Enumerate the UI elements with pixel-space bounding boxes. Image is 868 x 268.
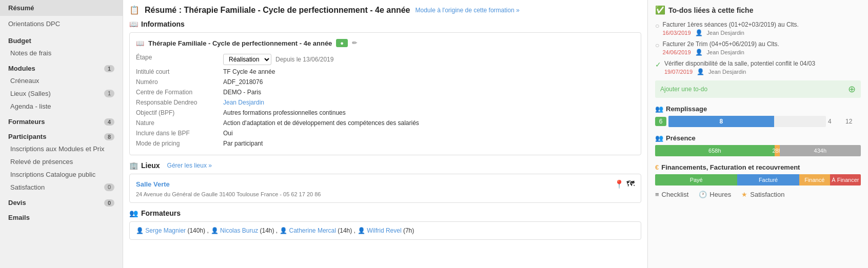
- bottom-row: ≡ Checklist 🕐 Heures ★ Satisfaction: [655, 191, 861, 198]
- info-row-intitule: Intitulé court TF Cycle 4e année: [136, 67, 635, 77]
- todo-header: ✅ To-dos liées à cette fiche: [655, 5, 861, 15]
- info-row-pricing: Mode de pricing Par participant: [136, 138, 635, 149]
- finance-facture: Facturé: [737, 174, 799, 185]
- info-row-numero: Numéro ADF_2018076: [136, 77, 635, 87]
- sidebar-section-emails: Emails: [0, 209, 123, 223]
- sidebar-item-releve[interactable]: Relevé de présences: [0, 155, 123, 168]
- presence-icon: 👥: [655, 134, 663, 142]
- formateurs-card: 👤 Serge Magnier (140h) , 👤 Nicolas Buruz…: [129, 221, 641, 240]
- todo-circle-1: ○: [655, 22, 659, 30]
- map-icon[interactable]: 🗺: [626, 179, 635, 189]
- todo-circle-2: ○: [655, 41, 659, 49]
- satisfaction-item: ★ Satisfaction: [741, 191, 784, 198]
- devis-badge: 0: [104, 199, 114, 207]
- sidebar-item-satisfaction[interactable]: Satisfaction 0: [0, 181, 123, 194]
- lieux-badge: 1: [104, 90, 114, 97]
- formateur-link-catherine[interactable]: Catherine Mercal: [289, 227, 336, 234]
- remplissage-section: 👥 Remplissage 6 8 4 12: [655, 105, 861, 127]
- todo-check-3: ✓: [655, 60, 661, 69]
- heures-item: 🕐 Heures: [699, 191, 731, 198]
- remplissage-fill: 8: [668, 116, 774, 127]
- lieux-address: 24 Avenue du Général de Gaulle 31400 Tou…: [136, 191, 635, 197]
- formateur-item: 👤 Catherine Mercal (14h) ,: [280, 227, 356, 234]
- book-icon: 📖: [129, 20, 138, 28]
- edit-icon[interactable]: ✏: [352, 39, 357, 47]
- info-card-title-row: 📖 Thérapie Familiale - Cycle de perfecti…: [136, 39, 635, 47]
- module-origin-link[interactable]: Module à l'origine de cette formation »: [416, 7, 520, 14]
- todo-item-2: ○ Facturer 2e Trim (04+05+06/2019) au Cl…: [655, 38, 861, 58]
- formateurs-badge: 4: [104, 118, 114, 126]
- responsable-link[interactable]: Jean Desjardin: [223, 99, 635, 106]
- informations-section-header: 📖 Informations: [129, 20, 641, 28]
- sidebar-section-devis: Devis 0: [0, 194, 123, 209]
- info-row-responsable: Responsable Dendreo Jean Desjardin: [136, 97, 635, 108]
- todo-date-2: 24/06/2019: [662, 49, 691, 55]
- person-icon-2: 👤: [695, 49, 703, 56]
- formateur-item: 👤 Serge Magnier (140h) ,: [136, 227, 209, 234]
- informations-card: 📖 Thérapie Familiale - Cycle de perfecti…: [129, 32, 641, 155]
- participants-badge: 8: [104, 133, 114, 140]
- todo-check-icon: ✅: [655, 5, 665, 15]
- remplissage-bar: 6 8 4 12: [655, 116, 861, 127]
- formateur-link-serge[interactable]: Serge Magnier: [145, 227, 186, 234]
- sidebar-item-orientations[interactable]: Orientations DPC: [0, 16, 123, 32]
- sidebar-item-notes-frais[interactable]: Notes de frais: [0, 47, 123, 59]
- info-row-objectif: Objectif (BPF) Autres formations profess…: [136, 108, 635, 118]
- add-icon: ⊕: [848, 84, 856, 95]
- status-badge: ●: [336, 39, 348, 47]
- page-title-bar: 📋 Résumé : Thérapie Familiale - Cycle de…: [129, 5, 641, 15]
- sidebar-item-resume[interactable]: Résumé: [0, 0, 123, 16]
- todo-item-3: ✓ Vérifier disponibilité de la salle, po…: [655, 58, 861, 77]
- map-pin-icon[interactable]: 📍: [614, 179, 624, 189]
- info-row-nature: Nature Action d'adaptation et de dévelop…: [136, 118, 635, 128]
- info-row-bpf: Inclure dans le BPF Oui: [136, 128, 635, 138]
- presence-gray: 434h: [780, 145, 861, 156]
- clock-icon: 🕐: [699, 191, 707, 198]
- formateurs-icon: 👥: [129, 209, 138, 217]
- sidebar: Résumé Orientations DPC Budget Notes de …: [0, 0, 123, 268]
- star-icon: ★: [741, 191, 747, 198]
- satisfaction-badge: 0: [104, 183, 114, 191]
- lieux-section-header: 🏢 Lieux Gérer les lieux »: [129, 161, 641, 170]
- sidebar-item-catalogue[interactable]: Inscriptions Catalogue public: [0, 168, 123, 181]
- formateur-list: 👤 Serge Magnier (140h) , 👤 Nicolas Buruz…: [136, 227, 635, 234]
- finance-paye: Payé: [655, 174, 737, 185]
- sidebar-item-inscriptions-modules[interactable]: Inscriptions aux Modules et Prix: [0, 142, 123, 155]
- presence-green: 658h: [655, 145, 775, 156]
- sidebar-item-creneaux[interactable]: Créneaux: [0, 74, 123, 87]
- finance-icon: €: [655, 163, 659, 171]
- add-todo-button[interactable]: Ajouter une to-do ⊕: [655, 80, 861, 98]
- etape-select[interactable]: Réalisation: [223, 54, 271, 65]
- formateurs-section-header: 👥 Formateurs: [129, 209, 641, 217]
- sidebar-item-agenda[interactable]: Agenda - liste: [0, 100, 123, 113]
- gerer-lieux-link[interactable]: Gérer les lieux »: [167, 162, 212, 169]
- formateur-link-wilfrid[interactable]: Wilfrid Revel: [367, 227, 401, 234]
- remplissage-min: 4: [828, 118, 843, 125]
- presence-bar: 658h 28h 434h: [655, 145, 861, 156]
- finance-finance: Financé: [799, 174, 830, 185]
- right-panel: ✅ To-dos liées à cette fiche ○ Facturer …: [647, 0, 868, 268]
- info-row-centre: Centre de Formation DEMO - Paris: [136, 87, 635, 97]
- person-icon-3: 👤: [697, 68, 704, 75]
- main-content: 📋 Résumé : Thérapie Familiale - Cycle de…: [123, 0, 647, 268]
- page-title: Résumé : Thérapie Familiale - Cycle de p…: [145, 6, 410, 15]
- lieux-icon: 🏢: [129, 161, 138, 170]
- sidebar-section-modules: Modules 1: [0, 59, 123, 74]
- salle-name[interactable]: Salle Verte: [136, 180, 170, 188]
- formateur-link-nicolas[interactable]: Nicolas Buruz: [220, 227, 258, 234]
- sidebar-section-budget: Budget: [0, 32, 123, 47]
- remplissage-max: 12: [845, 118, 861, 125]
- presence-section: 👥 Présence 658h 28h 434h: [655, 134, 861, 156]
- todo-date-3: 19/07/2019: [664, 69, 693, 75]
- sidebar-item-lieux[interactable]: Lieux (Salles) 1: [0, 87, 123, 100]
- checklist-item: ≡ Checklist: [655, 191, 688, 198]
- page-title-icon: 📋: [129, 5, 140, 15]
- sidebar-section-formateurs: Formateurs 4: [0, 113, 123, 128]
- todo-item-1: ○ Facturer 1ères séances (01+02+03/2019)…: [655, 19, 861, 38]
- formateur-item: 👤 Wilfrid Revel (7h): [358, 227, 414, 234]
- checklist-icon: ≡: [655, 191, 659, 198]
- finance-afinancer: À Financer: [830, 174, 861, 185]
- finance-bar: Payé Facturé Financé À Financer: [655, 174, 861, 185]
- formateur-item: 👤 Nicolas Buruz (14h) ,: [211, 227, 278, 234]
- presence-orange: 28h: [775, 145, 780, 156]
